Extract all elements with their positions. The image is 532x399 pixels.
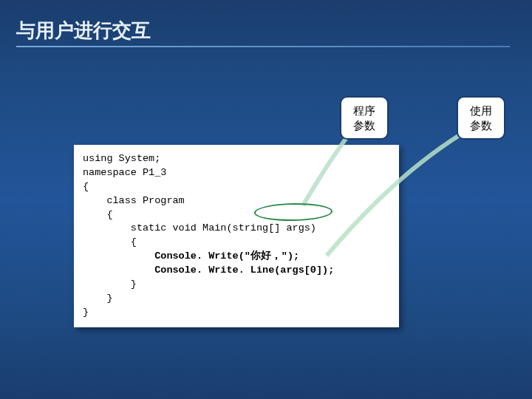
code-line: static void Main(string[] args)	[83, 222, 316, 233]
code-line: Console. Write. Line(args[0]);	[83, 265, 334, 276]
title-underline	[16, 46, 510, 47]
callout-program-params: 程序 参数	[340, 96, 389, 140]
code-line: }	[83, 307, 89, 318]
code-line: {	[83, 236, 137, 248]
callout-text: 使用 参数	[470, 104, 492, 132]
slide-title: 与用户进行交互	[0, 0, 532, 44]
callout-text: 程序 参数	[353, 104, 375, 132]
code-line: {	[83, 181, 89, 192]
code-line: }	[83, 293, 113, 304]
callout-use-params: 使用 参数	[457, 96, 505, 140]
code-line: class Program	[83, 195, 185, 206]
code-line: Console. Write("你好，");	[83, 250, 299, 262]
code-line: }	[83, 279, 137, 290]
code-line: {	[83, 209, 113, 220]
connector-line-2	[325, 126, 480, 259]
code-line: using System;	[83, 153, 160, 164]
code-line: namespace P1_3	[83, 167, 166, 178]
